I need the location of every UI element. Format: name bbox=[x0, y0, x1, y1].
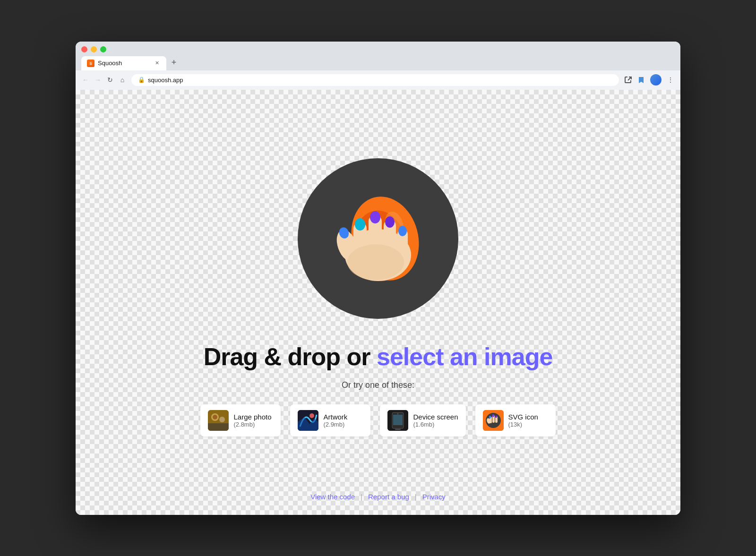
svg-point-14 bbox=[385, 216, 395, 228]
svg-point-13 bbox=[370, 211, 380, 223]
logo-circle bbox=[298, 158, 458, 319]
sample-artwork-info: Artwork (2.9mb) bbox=[323, 413, 347, 428]
minimize-button[interactable] bbox=[91, 46, 97, 52]
svg-point-19 bbox=[213, 415, 217, 419]
nav-buttons: ← → ↻ ⌂ bbox=[81, 76, 127, 84]
svg-point-37 bbox=[495, 416, 497, 418]
browser-actions: ⋮ bbox=[624, 74, 675, 86]
report-bug-link[interactable]: Report a bug bbox=[368, 493, 409, 501]
forward-button[interactable]: → bbox=[94, 76, 102, 84]
svg-point-12 bbox=[355, 218, 365, 231]
browser-window: S Squoosh ✕ + ← → ↻ ⌂ 🔒 squoosh.app bbox=[76, 42, 680, 515]
main-headline: Drag & drop or select an image bbox=[204, 342, 553, 371]
open-external-icon[interactable] bbox=[624, 76, 632, 84]
browser-controls bbox=[81, 46, 675, 52]
footer-divider-2: | bbox=[415, 493, 417, 501]
sample-svg-icon[interactable]: SVG icon (13k) bbox=[475, 404, 556, 436]
address-text: squoosh.app bbox=[148, 77, 183, 84]
back-button[interactable]: ← bbox=[81, 76, 90, 84]
sample-large-photo-info: Large photo (2.8mb) bbox=[233, 413, 271, 428]
address-bar[interactable]: 🔒 squoosh.app bbox=[131, 74, 619, 86]
close-button[interactable] bbox=[81, 46, 87, 52]
sample-thumb-large-photo bbox=[208, 410, 229, 431]
tab-bar: S Squoosh ✕ + bbox=[81, 56, 675, 70]
samples-row: Large photo (2.8mb) Artwork (2.9mb) bbox=[200, 404, 555, 436]
svg-rect-27 bbox=[395, 429, 401, 430]
sample-thumb-svg bbox=[483, 410, 504, 431]
svg-point-35 bbox=[489, 416, 491, 419]
svg-point-15 bbox=[398, 226, 407, 236]
svg-rect-20 bbox=[208, 423, 229, 431]
sample-device-screen[interactable]: Device screen (1.6mb) bbox=[380, 404, 465, 436]
browser-addressbar: ← → ↻ ⌂ 🔒 squoosh.app ⋮ bbox=[76, 70, 680, 90]
svg-point-28 bbox=[397, 413, 399, 415]
svg-text:S: S bbox=[90, 62, 92, 65]
sample-thumb-artwork bbox=[298, 410, 318, 431]
reload-button[interactable]: ↻ bbox=[106, 76, 114, 84]
sample-device-screen-size: (1.6mb) bbox=[413, 421, 458, 428]
svg-rect-26 bbox=[393, 415, 403, 425]
home-button[interactable]: ⌂ bbox=[118, 76, 127, 84]
svg-point-21 bbox=[219, 417, 225, 422]
footer-links: View the code | Report a bug | Privacy bbox=[310, 493, 446, 501]
view-code-link[interactable]: View the code bbox=[310, 493, 355, 501]
lock-icon: 🔒 bbox=[138, 77, 145, 83]
sample-thumb-device bbox=[387, 410, 408, 431]
select-image-link[interactable]: select an image bbox=[377, 343, 552, 370]
sample-svg-icon-size: (13k) bbox=[508, 421, 538, 428]
subheadline: Or try one of these: bbox=[342, 380, 414, 390]
hand-illustration bbox=[312, 172, 444, 305]
sample-svg-icon-name: SVG icon bbox=[508, 413, 538, 421]
sample-svg-icon-info: SVG icon (13k) bbox=[508, 413, 538, 428]
headline-static: Drag & drop or bbox=[204, 343, 370, 370]
sample-large-photo[interactable]: Large photo (2.8mb) bbox=[200, 404, 281, 436]
svg-point-23 bbox=[309, 413, 314, 418]
sample-device-screen-name: Device screen bbox=[413, 413, 458, 421]
privacy-link[interactable]: Privacy bbox=[422, 493, 446, 501]
maximize-button[interactable] bbox=[100, 46, 106, 52]
footer-divider-1: | bbox=[361, 493, 362, 501]
sample-device-screen-info: Device screen (1.6mb) bbox=[413, 413, 458, 428]
active-tab[interactable]: S Squoosh ✕ bbox=[81, 56, 166, 70]
sample-artwork-size: (2.9mb) bbox=[323, 421, 347, 428]
user-avatar[interactable] bbox=[650, 74, 662, 86]
tab-close-button[interactable]: ✕ bbox=[153, 60, 161, 67]
traffic-lights bbox=[81, 46, 106, 52]
tab-favicon: S bbox=[87, 60, 94, 67]
sample-artwork[interactable]: Artwork (2.9mb) bbox=[290, 404, 370, 436]
sample-large-photo-size: (2.8mb) bbox=[233, 421, 271, 428]
svg-point-16 bbox=[347, 244, 404, 280]
page-content[interactable]: Drag & drop or select an image Or try on… bbox=[76, 90, 680, 515]
new-tab-button[interactable]: + bbox=[167, 56, 180, 69]
bookmark-icon[interactable] bbox=[637, 76, 645, 84]
sample-large-photo-name: Large photo bbox=[233, 413, 271, 421]
sample-artwork-name: Artwork bbox=[323, 413, 347, 421]
tab-title: Squoosh bbox=[98, 60, 150, 67]
menu-icon[interactable]: ⋮ bbox=[666, 76, 675, 84]
browser-titlebar: S Squoosh ✕ + bbox=[76, 42, 680, 70]
svg-point-36 bbox=[492, 414, 494, 417]
